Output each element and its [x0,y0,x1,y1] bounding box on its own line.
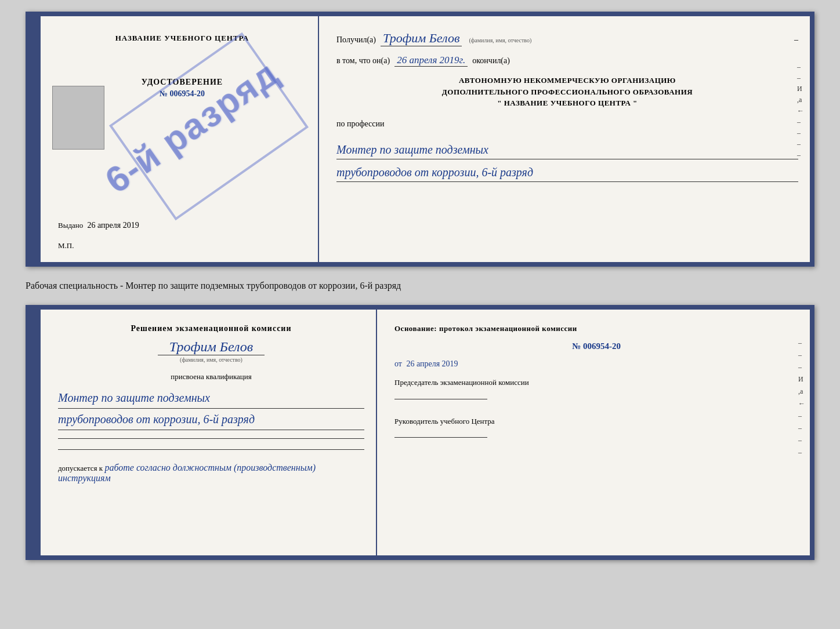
predsedatel-label: Председатель экзаменационной комиссии [394,378,529,387]
udostoverenie-block: УДОСТОВЕРЕНИЕ № 006954-20 [142,78,223,99]
org-line1: АВТОНОМНУЮ НЕКОММЕРЧЕСКУЮ ОРГАНИЗАЦИЮ [336,75,798,86]
stamp-text: 6-й разряд [97,52,286,201]
b-side-char-3: – [798,363,805,372]
protocol-date: от 26 апреля 2019 [394,359,798,369]
rukovoditel-block: Руководитель учебного Центра [394,416,798,441]
fio-subtitle-top: (фамилия, имя, отчество) [469,37,531,43]
top-cert-right: Получил(а) Трофим Белов (фамилия, имя, о… [319,16,810,262]
bottom-cert-right: Основание: протокол экзаменационной коми… [377,310,810,555]
rukovoditel-label: Руководитель учебного Центра [394,417,495,426]
side-char-6: – [797,118,804,126]
udostoverenie-title: УДОСТОВЕРЕНИЕ [142,78,223,87]
completed-date: 26 апреля 2019г. [394,54,468,67]
bottom-line-2 [58,449,364,450]
okonchil-label: окончил(а) [472,56,510,66]
ot-date: 26 апреля 2019 [406,359,458,368]
org-block: АВТОНОМНУЮ НЕКОММЕРЧЕСКУЮ ОРГАНИЗАЦИЮ ДО… [336,75,798,109]
bottom-profession-line2: трубопроводов от коррозии, 6-й разряд [58,409,364,430]
bottom-cert-spine [30,310,41,555]
dopuskaetsya-label: допускается к [58,464,103,472]
side-char-7: – [797,129,804,137]
side-char-2: – [797,74,804,82]
protocol-num: № 006954-20 [394,341,798,351]
bottom-cert-left: Решением экзаменационной комиссии Трофим… [41,310,377,555]
mp-label: М.П. [58,241,74,250]
profession-block: Монтер по защите подземных трубопроводов… [336,137,798,182]
bottom-profession-line1: Монтер по защите подземных [58,387,364,409]
b-side-char-2: – [798,351,805,359]
middle-label: Рабочая специальность - Монтер по защите… [26,276,814,296]
ot-label: от [394,359,402,368]
bottom-certificate: Решением экзаменационной комиссии Трофим… [26,305,814,560]
org-line3: " НАЗВАНИЕ УЧЕБНОГО ЦЕНТРА " [336,97,798,109]
stamp-border [109,32,309,220]
side-char-8: – [797,140,804,148]
profession-line2-top: трубопроводов от коррозии, 6-й разряд [336,163,798,182]
org-line2: ДОПОЛНИТЕЛЬНОГО ПРОФЕССИОНАЛЬНОГО ОБРАЗО… [336,86,798,98]
top-certificate: НАЗВАНИЕ УЧЕБНОГО ЦЕНТРА УДОСТОВЕРЕНИЕ №… [26,12,814,267]
osnovanie-title: Основание: протокол экзаменационной коми… [394,324,798,333]
recipient-name-bottom: Трофим Белов [158,339,265,355]
bottom-name-block: Трофим Белов (фамилия, имя, отчество) [58,339,364,363]
b-side-char-9: – [798,436,805,445]
bottom-line-1 [58,438,364,439]
recipient-name-top: Трофим Белов [381,31,462,46]
b-side-char-4: И [798,375,805,384]
stamp-overlay: 6-й разряд [99,51,284,202]
side-char-4: ,а [797,96,804,104]
resheniem-title: Решением экзаменационной комиссии [58,324,364,333]
top-org-name: НАЗВАНИЕ УЧЕБНОГО ЦЕНТРА [115,34,249,43]
po-professii-label: по профессии [336,119,798,129]
side-char-9: – [797,151,804,159]
b-side-char-1: – [798,339,805,347]
vtom-label: в том, что он(а) [336,56,390,66]
b-side-char-10: – [798,448,805,457]
middle-label-text: Рабочая специальность - Монтер по защите… [26,281,401,290]
top-cert-spine [30,16,41,262]
b-side-char-7: – [798,412,805,420]
right-side-chars-top: – – И ,а ← – – – – [797,63,804,159]
fio-subtitle-bottom: (фамилия, имя, отчество) [180,357,242,363]
right-side-chars-bottom: – – – И ,а ← – – – – [798,339,805,457]
poluchil-row: Получил(а) Трофим Белов (фамилия, имя, о… [336,31,798,46]
dash-top: – [794,35,798,45]
dopuskaetsya-row: допускается к работе согласно должностны… [58,463,364,483]
b-side-char-5: ,а [798,387,805,396]
top-cert-left: НАЗВАНИЕ УЧЕБНОГО ЦЕНТРА УДОСТОВЕРЕНИЕ №… [41,16,319,262]
predsedatel-block: Председатель экзаменационной комиссии [394,377,798,402]
vydano-label: Выдано [58,221,83,230]
prisvoena-label: присвоена квалификация [58,372,364,381]
b-side-char-6: ← [798,399,805,408]
vydano-date: 26 апреля 2019 [88,221,139,230]
side-char-5: ← [797,107,804,115]
udostoverenie-num: № 006954-20 [142,89,223,99]
predsedatel-signature-line [394,399,487,399]
profession-line1-top: Монтер по защите подземных [336,140,798,159]
side-char-1: – [797,63,804,71]
vydano-row: Выдано 26 апреля 2019 [58,221,139,230]
rukovoditel-signature-line [394,437,487,438]
b-side-char-8: – [798,424,805,432]
bottom-profession-block: Монтер по защите подземных трубопроводов… [58,387,364,430]
poluchil-label: Получил(а) [336,35,376,45]
side-char-3: И [797,85,804,93]
photo-placeholder [52,86,104,150]
vtom-row: в том, что он(а) 26 апреля 2019г. окончи… [336,54,798,67]
